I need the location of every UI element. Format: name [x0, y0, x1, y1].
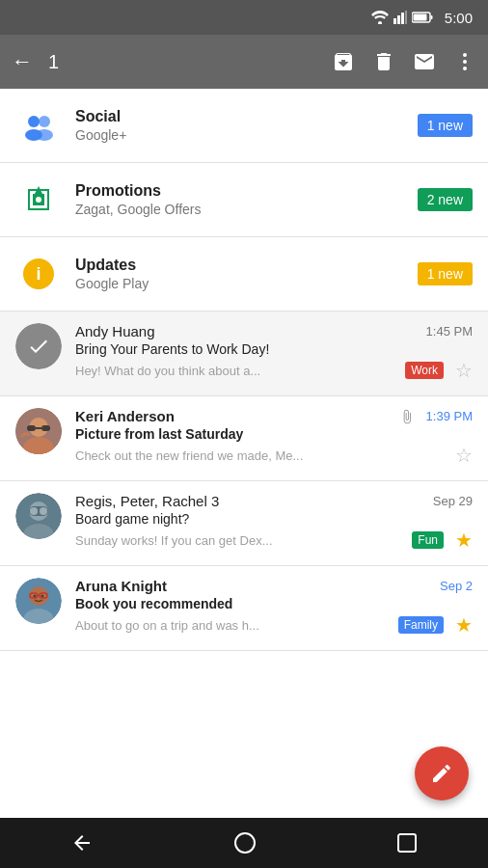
status-icons: [371, 11, 433, 24]
compose-fab[interactable]: [415, 746, 469, 800]
avatar-andy: [15, 323, 62, 369]
social-badge: 1 new: [418, 114, 473, 137]
delete-icon[interactable]: [372, 50, 395, 73]
svg-point-12: [39, 116, 50, 127]
avatar-aruna: [15, 578, 62, 624]
back-button[interactable]: ←: [12, 49, 33, 74]
signal-icon: [393, 11, 407, 24]
tag-aruna: Family: [398, 616, 444, 634]
svg-rect-21: [27, 425, 36, 431]
preview-keri: Check out the new friend we made, Me...: [75, 448, 444, 463]
sender-aruna: Aruna Knight: [75, 578, 167, 594]
category-promotions[interactable]: Promotions Zagat, Google Offers 2 new: [0, 163, 488, 237]
preview-aruna: About to go on a trip and was h...: [75, 618, 393, 633]
home-nav-icon: [233, 831, 257, 854]
svg-rect-4: [405, 11, 407, 24]
avatar-keri: [15, 408, 62, 454]
email-row-andy[interactable]: Andy Huang 1:45 PM Bring Your Parents to…: [0, 312, 488, 396]
email-content-aruna: Aruna Knight Sep 2 Book you recommended …: [75, 578, 473, 637]
updates-badge: 1 new: [418, 262, 473, 285]
updates-sub: Google Play: [75, 276, 418, 291]
svg-point-10: [463, 67, 467, 70]
social-info: Social Google+: [75, 108, 418, 143]
tag-regis: Fun: [412, 531, 444, 549]
subject-regis: Board game night?: [75, 511, 473, 527]
promotions-badge: 2 new: [418, 188, 473, 211]
keri-photo: [15, 408, 62, 454]
more-icon[interactable]: [453, 50, 476, 73]
promotions-name: Promotions: [75, 182, 418, 200]
email-header-aruna: Aruna Knight Sep 2: [75, 578, 473, 594]
star-regis[interactable]: ★: [455, 529, 473, 552]
status-bar: 5:00: [0, 0, 488, 35]
time-regis: Sep 29: [433, 494, 473, 508]
selected-count: 1: [48, 51, 59, 73]
preview-row-keri: Check out the new friend we made, Me... …: [75, 444, 473, 467]
svg-point-33: [34, 595, 37, 598]
svg-rect-2: [397, 15, 400, 24]
promotions-info: Promotions Zagat, Google Offers: [75, 182, 418, 217]
category-updates[interactable]: i Updates Google Play 1 new: [0, 237, 488, 312]
star-andy[interactable]: ☆: [455, 359, 473, 382]
bottom-nav: [0, 818, 488, 868]
email-header-andy: Andy Huang 1:45 PM: [75, 323, 473, 339]
svg-point-29: [40, 507, 47, 515]
archive-icon[interactable]: [332, 50, 355, 73]
social-sub: Google+: [75, 127, 418, 143]
attachment-icon: [399, 409, 415, 424]
svg-point-9: [463, 60, 467, 64]
sender-keri: Keri Anderson: [75, 408, 175, 424]
email-content-andy: Andy Huang 1:45 PM Bring Your Parents to…: [75, 323, 473, 382]
recents-nav-icon: [396, 832, 418, 854]
svg-point-34: [41, 595, 44, 598]
svg-rect-23: [36, 427, 41, 429]
preview-row-andy: Hey! What do you think about a... Work ☆: [75, 359, 473, 382]
tag-andy: Work: [405, 362, 444, 379]
mail-icon[interactable]: [413, 50, 436, 73]
avatar-regis: [15, 493, 62, 539]
action-bar-left: ← 1: [12, 49, 312, 74]
wifi-icon: [371, 11, 389, 24]
email-row-regis[interactable]: Regis, Peter, Rachel 3 Sep 29 Board game…: [0, 481, 488, 566]
subject-aruna: Book you recommended: [75, 596, 473, 611]
preview-row-aruna: About to go on a trip and was h... Famil…: [75, 613, 473, 637]
email-header-regis: Regis, Peter, Rachel 3 Sep 29: [75, 493, 473, 509]
svg-rect-6: [413, 14, 426, 21]
svg-point-0: [378, 21, 382, 24]
svg-point-38: [235, 833, 255, 853]
back-nav-icon: [70, 831, 94, 854]
star-aruna[interactable]: ★: [455, 613, 473, 637]
time-aruna: Sep 2: [440, 579, 473, 593]
updates-info: Updates Google Play: [75, 257, 418, 291]
recents-nav-button[interactable]: [396, 832, 418, 854]
social-name: Social: [75, 108, 418, 125]
svg-point-28: [30, 507, 38, 515]
svg-rect-3: [401, 13, 404, 24]
preview-regis: Sunday works! If you can get Dex...: [75, 533, 406, 548]
promotions-sub: Zagat, Google Offers: [75, 202, 418, 217]
svg-point-11: [28, 116, 40, 127]
star-keri[interactable]: ☆: [455, 444, 473, 467]
status-time: 5:00: [445, 10, 473, 26]
check-avatar: [15, 323, 62, 369]
svg-point-15: [36, 197, 41, 203]
category-social[interactable]: Social Google+ 1 new: [0, 89, 488, 163]
updates-icon: i: [15, 251, 62, 297]
svg-text:i: i: [36, 264, 41, 284]
svg-point-8: [463, 53, 467, 57]
svg-rect-22: [41, 425, 50, 431]
svg-rect-39: [398, 834, 416, 852]
sender-regis: Regis, Peter, Rachel 3: [75, 493, 219, 509]
compose-icon: [430, 762, 453, 785]
back-nav-button[interactable]: [70, 831, 94, 854]
svg-rect-7: [430, 15, 432, 19]
updates-name: Updates: [75, 257, 418, 274]
home-nav-button[interactable]: [233, 831, 257, 854]
svg-rect-1: [393, 18, 396, 24]
action-bar: ← 1: [0, 35, 488, 89]
email-header-keri: Keri Anderson 1:39 PM: [75, 408, 473, 424]
email-row-keri[interactable]: Keri Anderson 1:39 PM Picture from last …: [0, 396, 488, 481]
email-row-aruna[interactable]: Aruna Knight Sep 2 Book you recommended …: [0, 566, 488, 651]
sender-andy: Andy Huang: [75, 323, 155, 339]
preview-andy: Hey! What do you think about a...: [75, 364, 399, 378]
